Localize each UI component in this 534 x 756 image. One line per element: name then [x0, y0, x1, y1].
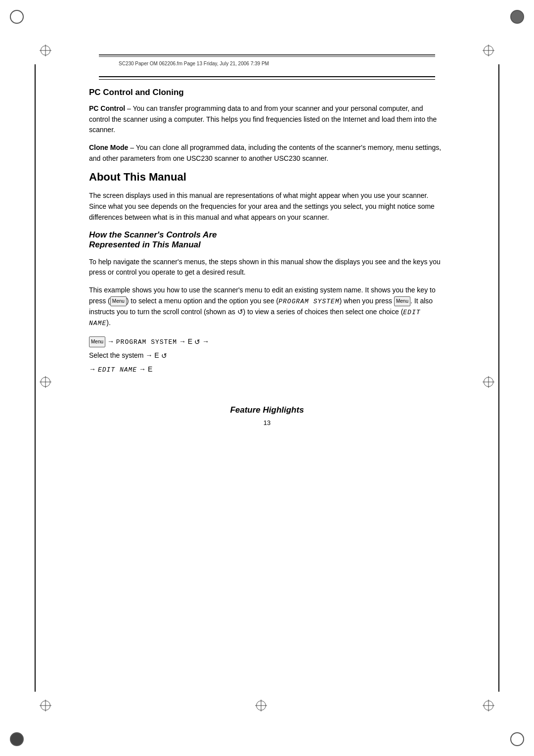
e-cmd3: E [148, 365, 152, 373]
para2-close: ). [106, 319, 111, 327]
content-area: PC Control and Cloning PC Control – You … [59, 88, 475, 426]
arrow-cmd1: → [107, 337, 116, 345]
crosshair-mid-left [40, 376, 51, 388]
pc-control-para1: PC Control – You can transfer programmin… [89, 103, 445, 136]
how-scanner-para2: This example shows you how to use the sc… [89, 285, 445, 329]
program-system-cmd: PROGRAM SYSTEM [116, 338, 177, 346]
command-line2: Select the system → E ↺ [89, 349, 445, 362]
e-cmd1: E [188, 337, 194, 345]
right-border [498, 64, 499, 692]
reg-mark-tl [10, 10, 24, 24]
left-border [35, 64, 36, 692]
reg-mark-bl [10, 732, 24, 746]
crosshair-mid-right [483, 376, 494, 388]
crosshair-bot-left [40, 700, 51, 711]
how-scanner-heading-line1: How the Scanner's Controls Are [89, 230, 217, 239]
arrow-cmd5: → [89, 365, 98, 373]
arrow-cmd3: → [202, 337, 209, 345]
crosshair-bot-right [483, 700, 494, 711]
arrow-cmd4: → [145, 351, 154, 359]
crosshair-bot-mid [255, 700, 267, 711]
menu-key-inline2: Menu [394, 296, 410, 306]
reg-mark-br [510, 732, 524, 746]
pc-control-text1: – You can transfer programming data to a… [89, 104, 437, 134]
page-number: 13 [89, 419, 445, 426]
scroll-cmd1: ↺ [194, 336, 200, 348]
crosshair-top-right [483, 45, 494, 56]
arrow-cmd2: → [179, 337, 188, 345]
command-block: Menu → PROGRAM SYSTEM → E ↺ → Select the… [89, 335, 445, 376]
select-system-text: Select the system [89, 351, 145, 359]
pc-control-heading: PC Control and Cloning [89, 88, 445, 97]
pc-control-bold1: PC Control [89, 104, 125, 112]
clone-mode-bold: Clone Mode [89, 143, 128, 151]
para2-after: ) when you press [339, 297, 394, 305]
e-cmd2: E [154, 351, 161, 359]
how-scanner-heading-line2: Represented in This Manual [89, 240, 201, 249]
section-divider-top [99, 76, 435, 77]
header-line-top [99, 54, 435, 55]
about-manual-para: The screen displays used in this manual … [89, 190, 445, 223]
menu-key-cmd1: Menu [89, 336, 105, 347]
para2-final: ) to view a series of choices then selec… [243, 308, 403, 316]
reg-mark-tr [510, 10, 524, 24]
scroll-symbol1: ↺ [237, 307, 243, 318]
section-divider-bottom [99, 79, 435, 80]
arrow-cmd6: → [139, 365, 148, 373]
clone-mode-text: – You can clone all programmed data, inc… [89, 143, 441, 162]
edit-name-cmd: EDIT NAME [98, 366, 137, 374]
para2-mid: ) to select a menu option and the option… [127, 297, 278, 305]
crosshair-top-left [40, 45, 51, 56]
menu-key-inline1: Menu [110, 296, 127, 306]
about-manual-heading: About This Manual [89, 171, 445, 184]
how-scanner-para1: To help navigate the scanner's menus, th… [89, 257, 445, 278]
feature-highlights: Feature Highlights [89, 405, 445, 415]
program-system-display1: PROGRAM SYSTEM [278, 298, 339, 305]
header-text: SC230 Paper OM 062206.fm Page 13 Friday,… [99, 61, 435, 66]
scroll-cmd2: ↺ [161, 350, 167, 362]
how-scanner-heading: How the Scanner's Controls Are Represent… [89, 230, 445, 250]
page: SC230 Paper OM 062206.fm Page 13 Friday,… [0, 0, 534, 756]
command-line1: Menu → PROGRAM SYSTEM → E ↺ → [89, 335, 445, 348]
command-line3: → EDIT NAME → E [89, 363, 445, 376]
header-line-bottom [99, 56, 435, 57]
pc-control-para2: Clone Mode – You can clone all programme… [89, 142, 445, 164]
